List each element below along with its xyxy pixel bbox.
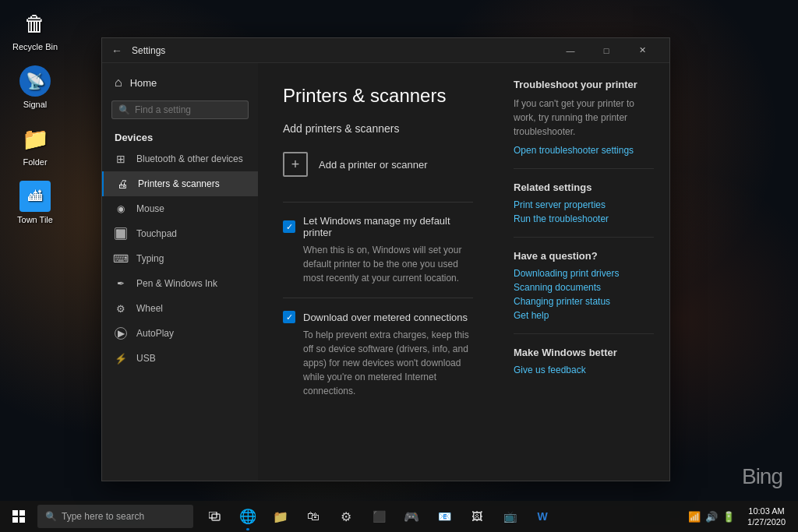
- sidebar: ⌂ Home 🔍 Devices ⊞ Bluetooth & other dev…: [102, 63, 258, 481]
- svg-rect-0: [12, 510, 18, 516]
- bing-watermark: Bing: [742, 464, 782, 489]
- main-left: Printers & scanners Add printers & scann…: [258, 63, 498, 481]
- sidebar-item-usb[interactable]: ⚡ USB: [102, 346, 258, 371]
- volume-icon[interactable]: 🔊: [705, 511, 718, 523]
- troubleshoot-text: If you can't get your printer to work, t…: [514, 97, 654, 139]
- make-better-title: Make Windows better: [514, 347, 654, 358]
- taskbar-store[interactable]: 🛍: [298, 501, 329, 532]
- home-icon: ⌂: [115, 76, 122, 90]
- start-button[interactable]: [0, 501, 37, 532]
- recycle-bin-label: Recycle Bin: [12, 42, 58, 51]
- battery-icon[interactable]: 🔋: [722, 511, 735, 523]
- titlebar-controls: — □ ✕: [553, 38, 660, 63]
- svg-rect-4: [209, 512, 217, 518]
- taskbar-terminal[interactable]: ⬛: [363, 501, 394, 532]
- add-printer-button[interactable]: + Add a printer or scanner: [283, 146, 473, 183]
- autoplay-icon: ▶: [115, 327, 127, 340]
- network-icon[interactable]: 📶: [688, 511, 701, 523]
- sidebar-wheel-label: Wheel: [136, 303, 163, 314]
- signal-label: Signal: [23, 100, 48, 109]
- right-divider-2: [514, 237, 654, 238]
- sidebar-item-typing[interactable]: ⌨ Typing: [102, 246, 258, 271]
- desktop-icon-signal[interactable]: 📡 Signal: [8, 65, 62, 109]
- sidebar-home[interactable]: ⌂ Home: [102, 69, 258, 96]
- sidebar-item-bluetooth[interactable]: ⊞ Bluetooth & other devices: [102, 146, 258, 171]
- taskbar-icons: 🌐 📁 🛍 ⚙ ⬛ 🎮 📧 🖼 📺 W: [193, 501, 685, 532]
- touchpad-icon: ⬜: [115, 227, 127, 240]
- checkbox-1-desc: When this is on, Windows will set your d…: [283, 243, 473, 285]
- checkbox-1-text: Let Windows manage my default printer: [303, 215, 473, 238]
- desktop-icon-tile[interactable]: 🏙 Town Tile: [8, 181, 62, 224]
- checkbox-row-2: Download over metered connections To hel…: [283, 311, 473, 398]
- sidebar-section-header: Devices: [102, 124, 258, 146]
- sidebar-typing-label: Typing: [136, 253, 164, 264]
- checkbox-2[interactable]: [283, 311, 295, 323]
- sidebar-touchpad-label: Touchpad: [136, 228, 177, 239]
- system-tray-icons: 📶 🔊 🔋: [685, 511, 738, 523]
- desktop-icon-folder[interactable]: 📁 Folder: [8, 123, 62, 167]
- taskbar-search-icon: 🔍: [45, 511, 57, 522]
- taskbar-xbox[interactable]: 🎮: [396, 501, 427, 532]
- link-printer-status[interactable]: Changing printer status: [514, 296, 654, 307]
- desktop-icons: 🗑 Recycle Bin 📡 Signal 📁 Folder 🏙 Town T…: [8, 8, 62, 224]
- link-get-help[interactable]: Get help: [514, 310, 654, 321]
- back-button[interactable]: ←: [111, 45, 122, 56]
- feedback-link[interactable]: Give us feedback: [514, 365, 654, 375]
- taskbar-outlook[interactable]: 📧: [429, 501, 460, 532]
- window-content: ⌂ Home 🔍 Devices ⊞ Bluetooth & other dev…: [102, 63, 669, 481]
- related-settings-title: Related settings: [514, 181, 654, 193]
- run-troubleshooter-link[interactable]: Run the troubleshooter: [514, 213, 654, 224]
- sidebar-autoplay-label: AutoPlay: [136, 328, 174, 339]
- settings-window: ← Settings — □ ✕ ⌂ Home 🔍 Devices: [101, 37, 670, 481]
- home-label: Home: [130, 77, 157, 89]
- signal-icon: 📡: [19, 65, 51, 97]
- open-troubleshooter-link[interactable]: Open troubleshooter settings: [514, 145, 654, 156]
- taskbar-edge[interactable]: 🌐: [232, 501, 263, 532]
- svg-rect-5: [212, 514, 220, 520]
- sidebar-item-touchpad[interactable]: ⬜ Touchpad: [102, 221, 258, 246]
- sidebar-mouse-label: Mouse: [136, 203, 164, 214]
- sidebar-printers-label: Printers & scanners: [138, 178, 220, 189]
- sidebar-item-mouse[interactable]: ◉ Mouse: [102, 196, 258, 221]
- checkbox-2-text: Download over metered connections: [303, 312, 468, 323]
- add-btn-label: Add a printer or scanner: [319, 159, 427, 171]
- desktop-icon-recycle-bin[interactable]: 🗑 Recycle Bin: [8, 8, 62, 51]
- clock-time: 10:03 AM: [747, 506, 786, 516]
- clock-date: 1/27/2020: [747, 516, 786, 527]
- taskbar-search[interactable]: 🔍 Type here to search: [37, 505, 193, 528]
- link-scanning-docs[interactable]: Scanning documents: [514, 282, 654, 293]
- sidebar-item-pen[interactable]: ✒ Pen & Windows Ink: [102, 271, 258, 296]
- taskbar-photos[interactable]: 🖼: [461, 501, 493, 532]
- mouse-icon: ◉: [115, 203, 127, 215]
- taskbar-word[interactable]: W: [527, 501, 558, 532]
- taskbar-media[interactable]: 📺: [494, 501, 525, 532]
- page-title: Printers & scanners: [283, 85, 473, 107]
- link-downloading-drivers[interactable]: Downloading print drivers: [514, 268, 654, 279]
- checkbox-1[interactable]: [283, 220, 295, 233]
- checkbox-2-label-row[interactable]: Download over metered connections: [283, 311, 473, 323]
- sidebar-item-printers[interactable]: 🖨 Printers & scanners: [102, 171, 258, 196]
- checkbox-2-desc: To help prevent extra charges, keep this…: [283, 328, 473, 398]
- svg-rect-1: [19, 510, 25, 516]
- typing-icon: ⌨: [115, 252, 127, 265]
- close-button[interactable]: ✕: [624, 38, 660, 63]
- search-icon: 🔍: [118, 104, 130, 115]
- checkbox-1-label-row[interactable]: Let Windows manage my default printer: [283, 215, 473, 238]
- sidebar-search-container[interactable]: 🔍: [111, 100, 249, 119]
- search-input[interactable]: [135, 104, 242, 115]
- sidebar-item-wheel[interactable]: ⚙ Wheel: [102, 296, 258, 321]
- wheel-icon: ⚙: [115, 302, 127, 315]
- tile-icon: 🏙: [19, 181, 51, 212]
- taskbar-explorer[interactable]: 📁: [265, 501, 296, 532]
- maximize-button[interactable]: □: [588, 38, 624, 63]
- have-question-title: Have a question?: [514, 250, 654, 262]
- taskbar-settings-icon[interactable]: ⚙: [330, 501, 362, 532]
- print-server-link[interactable]: Print server properties: [514, 199, 654, 210]
- taskbar-clock[interactable]: 10:03 AM 1/27/2020: [741, 506, 792, 528]
- minimize-button[interactable]: —: [553, 38, 588, 63]
- right-divider-1: [514, 168, 654, 169]
- sidebar-item-autoplay[interactable]: ▶ AutoPlay: [102, 321, 258, 346]
- right-panel: Troubleshoot your printer If you can't g…: [498, 63, 669, 481]
- desktop: 🗑 Recycle Bin 📡 Signal 📁 Folder 🏙 Town T…: [0, 0, 798, 532]
- taskbar-multitask[interactable]: [200, 501, 231, 532]
